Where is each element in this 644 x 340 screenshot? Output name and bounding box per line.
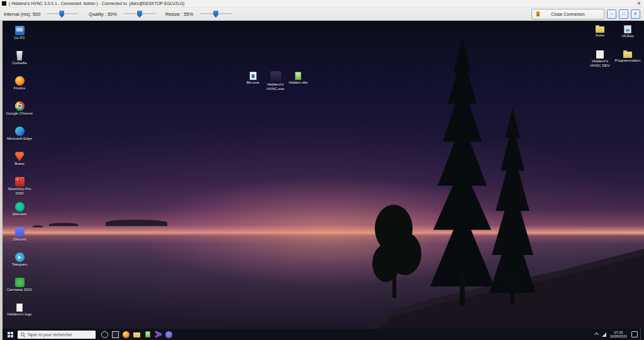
system-tray: 07:25 11/06/2021 xyxy=(595,329,643,340)
desktop-icon-glyph xyxy=(15,202,25,212)
desktop-icon[interactable]: Hidden.vbs xyxy=(287,71,309,96)
remote-minimize-button[interactable]: – xyxy=(607,9,616,19)
taskbar-app-icon[interactable] xyxy=(142,329,153,340)
desktop-icon-label: Google Chrome xyxy=(6,111,33,116)
resize-slider[interactable] xyxy=(200,10,231,18)
taskbar-app-icon[interactable] xyxy=(131,329,142,340)
windows-logo-icon xyxy=(11,332,13,334)
slider-thumb[interactable] xyxy=(213,11,218,18)
windows-logo-icon xyxy=(8,332,10,334)
slider-thumb[interactable] xyxy=(137,11,142,18)
desktop-icon[interactable]: Camtasia 2021 xyxy=(5,278,34,303)
desktop-icon[interactable]: Hiddenz's logo xyxy=(5,303,34,328)
desktop-icon[interactable]: Element xyxy=(5,202,34,227)
start-button[interactable] xyxy=(8,332,13,337)
desktop-icon[interactable]: Programmation xyxy=(614,50,641,75)
desktop-icon-glyph xyxy=(15,227,25,237)
desktop-icon-glyph xyxy=(295,72,301,80)
desktop-icon-label: SketchUp Pro 2020 xyxy=(6,187,33,196)
close-connexion-button[interactable]: Close Connexion xyxy=(531,9,604,20)
desktop-icon-label: Bin.exe xyxy=(247,81,259,85)
taskbar-search-input[interactable]: Taper ici pour rechercher xyxy=(18,331,96,339)
window-title: ( Hiddenz's HVNC 3.0.0.1 - Connected: Ad… xyxy=(9,1,184,6)
hvnc-toolbar: Interval (ms): 500 Quality : 50% Resize … xyxy=(0,8,644,21)
search-icon xyxy=(21,332,25,336)
desktop-icon-glyph xyxy=(16,51,23,60)
taskbar-app-icon[interactable] xyxy=(121,329,131,340)
desktop-icon-glyph xyxy=(15,101,25,111)
desktop-icon-label: Hiddenz's HVNC.exe xyxy=(264,82,287,91)
window-close-icon[interactable]: ✕ xyxy=(637,1,641,6)
desktop-icon-label: Corbeille xyxy=(12,61,27,65)
desktop-icon-glyph xyxy=(15,252,25,262)
desktop-icons-center: Bin.exe Hiddenz's HVNC.exe Hidden.vbs xyxy=(242,71,309,96)
clock-date: 11/06/2021 xyxy=(610,334,627,339)
desktop-icon-label: Element xyxy=(13,212,26,217)
desktop-icons-left: Ce PC Corbeille Firefox Google Chrome Mi… xyxy=(5,26,34,328)
desktop-icon[interactable]: Firefox xyxy=(5,76,34,101)
resize-label: Resize : 55% xyxy=(165,11,193,17)
disconnect-icon xyxy=(536,11,540,16)
desktop-icon[interactable]: Hiddenz's HVNC.exe xyxy=(264,71,287,96)
desktop-icon-glyph xyxy=(270,71,281,82)
taskbar-clock[interactable]: 07:25 11/06/2021 xyxy=(610,331,627,339)
windows-logo-icon xyxy=(8,335,10,337)
remote-close-button[interactable]: ✕ xyxy=(631,9,640,19)
desktop-icon-label: Hidden.vbs xyxy=(289,81,308,85)
island-silhouette xyxy=(106,220,167,226)
interval-slider[interactable] xyxy=(47,10,79,18)
taskbar: Taper ici pour rechercher xyxy=(3,329,644,340)
taskbar-app-icon[interactable] xyxy=(99,329,110,340)
search-placeholder: Taper ici pour rechercher xyxy=(27,332,72,337)
desktop-icon-glyph xyxy=(624,25,631,33)
slider-thumb[interactable] xyxy=(59,11,64,18)
remote-maximize-button[interactable]: □ xyxy=(619,9,628,19)
desktop-icon[interactable]: Microsoft Edge xyxy=(5,127,34,152)
desktop-icon-label: Microsoft Edge xyxy=(7,137,32,141)
desktop-icon[interactable]: Ce PC xyxy=(5,26,34,51)
app-icon xyxy=(2,1,6,6)
desktop-icon[interactable]: SketchUp Pro 2020 xyxy=(5,177,34,202)
desktop-icon[interactable]: Corbeille xyxy=(5,51,34,76)
taskbar-app-icon[interactable] xyxy=(153,329,164,340)
notification-center-icon[interactable] xyxy=(631,331,638,337)
desktop-icon[interactable]: Brave xyxy=(5,152,34,177)
desktop-icon-glyph xyxy=(596,50,604,59)
desktop-icon[interactable]: Autre xyxy=(586,25,614,50)
desktop-icon-label: Camtasia 2021 xyxy=(7,288,32,292)
desktop-icon-label: Brave xyxy=(14,162,25,166)
desktop-icon[interactable]: Hiddenz's HVNC DEV xyxy=(586,50,614,75)
desktop-icon-glyph xyxy=(15,177,25,186)
close-connexion-label: Close Connexion xyxy=(551,12,584,16)
desktop-icon[interactable]: Google Chrome xyxy=(5,101,34,127)
taskbar-app-icon[interactable] xyxy=(110,329,121,340)
desktop-icon-label: Discord xyxy=(13,237,26,242)
desktop-icon[interactable]: Discord xyxy=(5,227,34,252)
desktop-icon-glyph xyxy=(596,26,604,33)
island-silhouette xyxy=(49,223,78,226)
desktop-icon-label: Hiddenz's logo xyxy=(7,312,31,317)
desktop-icon-glyph xyxy=(15,26,25,35)
desktop-icon-glyph xyxy=(15,76,25,86)
show-desktop-button[interactable] xyxy=(640,329,643,340)
desktop-icon-glyph xyxy=(250,72,257,80)
quality-label: Quality : 50% xyxy=(89,11,117,17)
desktop-icon[interactable]: Bin.exe xyxy=(242,71,264,96)
desktop-icon-label: Ce PC xyxy=(14,36,25,40)
quality-slider[interactable] xyxy=(124,10,155,18)
remote-desktop-view[interactable]: Ce PC Corbeille Firefox Google Chrome Mi… xyxy=(3,21,644,340)
desktop-icon-label: Autre xyxy=(596,33,604,38)
taskbar-app-icons xyxy=(99,329,174,340)
desktop-icon-label: Programmation xyxy=(614,59,640,63)
desktop-icon-label: Firefox xyxy=(14,86,25,91)
desktop-icon-glyph xyxy=(15,278,25,287)
island-silhouette xyxy=(33,225,43,227)
network-icon[interactable] xyxy=(602,332,606,337)
desktop-icons-right: Autre UCExp Hiddenz's HVNC DEV Programma… xyxy=(586,25,641,75)
windows-logo-icon xyxy=(11,335,13,337)
desktop-icon[interactable]: Telegram xyxy=(5,252,34,278)
desktop-icon-glyph xyxy=(16,303,23,312)
taskbar-app-icon[interactable] xyxy=(164,329,174,340)
hidden-icons-chevron-icon[interactable] xyxy=(594,332,599,336)
desktop-icon[interactable]: UCExp xyxy=(614,25,641,50)
